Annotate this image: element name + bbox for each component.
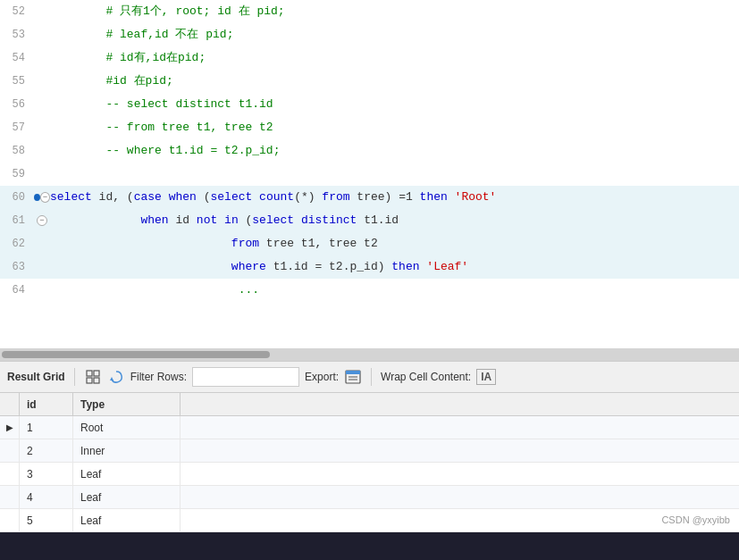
- filter-input[interactable]: [192, 367, 299, 387]
- line-content: # id有,id在pid;: [50, 46, 730, 70]
- line-content: select id, (case when (select count(*) f…: [50, 186, 730, 209]
- code-line-56: 56 -- select distinct t1.id: [0, 93, 739, 116]
- line-content: from tree t1, tree t2: [50, 232, 730, 255]
- line-number: 52: [0, 5, 34, 18]
- code-line-61: 61− when id not in (select distinct t1.i…: [0, 209, 739, 232]
- svg-rect-6: [346, 371, 360, 374]
- code-line-57: 57 -- from tree t1, tree t2: [0, 116, 739, 139]
- line-number: 64: [0, 284, 34, 297]
- filter-rows-label: Filter Rows:: [130, 371, 187, 383]
- table-row[interactable]: 4Leaf: [0, 486, 739, 509]
- svg-marker-4: [110, 377, 113, 380]
- collapse-icon[interactable]: −: [40, 192, 50, 203]
- code-line-55: 55 #id 在pid;: [0, 70, 739, 93]
- horizontal-scrollbar[interactable]: [0, 348, 739, 361]
- line-content: -- from tree t1, tree t2: [50, 116, 730, 139]
- line-number: 56: [0, 98, 34, 111]
- wrap-icon-text: IA: [481, 371, 491, 383]
- column-header-id: id: [20, 393, 73, 415]
- table-row[interactable]: ▶1Root: [0, 416, 739, 439]
- line-gutter: −: [34, 215, 50, 226]
- scrollbar-thumb[interactable]: [2, 351, 270, 358]
- line-content: where t1.id = t2.p_id) then 'Leaf': [50, 255, 730, 279]
- code-line-62: 62 from tree t1, tree t2: [0, 232, 739, 255]
- table-row[interactable]: 2Inner: [0, 439, 739, 463]
- grid-header: id Type: [0, 393, 739, 416]
- line-gutter: −: [34, 192, 50, 203]
- svg-rect-2: [87, 378, 92, 383]
- line-content: -- select distinct t1.id: [50, 93, 730, 116]
- column-header-type: Type: [73, 393, 181, 415]
- cell-type: Leaf: [73, 463, 181, 485]
- header-row-indicator: [0, 393, 20, 415]
- line-content: #id 在pid;: [50, 70, 730, 93]
- line-content: -- where t1.id = t2.p_id;: [50, 139, 730, 163]
- line-content: # 只有1个, root; id 在 pid;: [50, 0, 730, 23]
- svg-rect-0: [87, 371, 92, 376]
- line-number: 59: [0, 168, 34, 180]
- cell-type: Leaf: [73, 509, 181, 531]
- code-line-54: 54 # id有,id在pid;: [0, 46, 739, 70]
- code-line-60: 60−select id, (case when (select count(*…: [0, 186, 739, 209]
- line-number: 54: [0, 52, 34, 64]
- refresh-icon[interactable]: [107, 368, 125, 386]
- code-line-53: 53 # leaf,id 不在 pid;: [0, 23, 739, 46]
- line-number: 57: [0, 121, 34, 134]
- row-indicator: [0, 439, 20, 462]
- svg-rect-1: [94, 371, 99, 376]
- export-icon[interactable]: [344, 368, 362, 386]
- row-indicator: [0, 509, 20, 531]
- toolbar-divider-2: [371, 368, 372, 386]
- grid-body: ▶1Root2Inner3Leaf4Leaf5Leaf: [0, 416, 739, 532]
- line-number: 61: [0, 214, 34, 227]
- toolbar-divider-1: [74, 368, 75, 386]
- export-label: Export:: [305, 371, 339, 383]
- table-row[interactable]: 3Leaf: [0, 463, 739, 486]
- cell-id: 4: [20, 486, 73, 508]
- row-indicator: ▶: [0, 416, 20, 439]
- cell-type: Inner: [73, 439, 181, 462]
- code-editor: 52 # 只有1个, root; id 在 pid;53 # leaf,id 不…: [0, 0, 739, 348]
- result-area: id Type ▶1Root2Inner3Leaf4Leaf5Leaf CSDN…: [0, 393, 739, 532]
- code-lines: 52 # 只有1个, root; id 在 pid;53 # leaf,id 不…: [0, 0, 739, 302]
- line-content: when id not in (select distinct t1.id: [50, 209, 730, 232]
- breakpoint-dot[interactable]: [34, 194, 40, 201]
- row-indicator: [0, 463, 20, 485]
- code-line-52: 52 # 只有1个, root; id 在 pid;: [0, 0, 739, 23]
- code-line-64: 64 ...: [0, 279, 739, 302]
- line-number: 60: [0, 191, 34, 204]
- wrap-cell-label: Wrap Cell Content:: [381, 371, 471, 383]
- line-number: 63: [0, 261, 34, 273]
- line-content: # leaf,id 不在 pid;: [50, 23, 730, 46]
- code-line-58: 58 -- where t1.id = t2.p_id;: [0, 139, 739, 163]
- watermark: CSDN @yxyibb: [661, 514, 730, 525]
- cell-id: 5: [20, 509, 73, 531]
- line-number: 53: [0, 29, 34, 41]
- grid-icon[interactable]: [84, 368, 102, 386]
- cell-type: Root: [73, 416, 181, 439]
- row-indicator: [0, 486, 20, 508]
- table-row[interactable]: 5Leaf: [0, 509, 739, 532]
- result-toolbar: Result Grid Filter Rows: Export: Wrap Ce…: [0, 361, 739, 393]
- cell-id: 2: [20, 439, 73, 462]
- cell-type: Leaf: [73, 486, 181, 508]
- line-number: 55: [0, 75, 34, 88]
- result-grid-label: Result Grid: [7, 371, 65, 383]
- data-grid: id Type ▶1Root2Inner3Leaf4Leaf5Leaf: [0, 393, 739, 532]
- cell-id: 1: [20, 416, 73, 439]
- code-line-59: 59: [0, 163, 739, 186]
- row-arrow: ▶: [6, 422, 13, 432]
- watermark-text: CSDN @yxyibb: [661, 514, 730, 525]
- code-line-63: 63 where t1.id = t2.p_id) then 'Leaf': [0, 255, 739, 279]
- line-number: 62: [0, 238, 34, 250]
- wrap-icon[interactable]: IA: [476, 369, 496, 385]
- line-number: 58: [0, 145, 34, 157]
- svg-rect-3: [94, 378, 99, 383]
- line-content: ...: [50, 279, 730, 302]
- cell-id: 3: [20, 463, 73, 485]
- collapse-icon[interactable]: −: [37, 215, 47, 226]
